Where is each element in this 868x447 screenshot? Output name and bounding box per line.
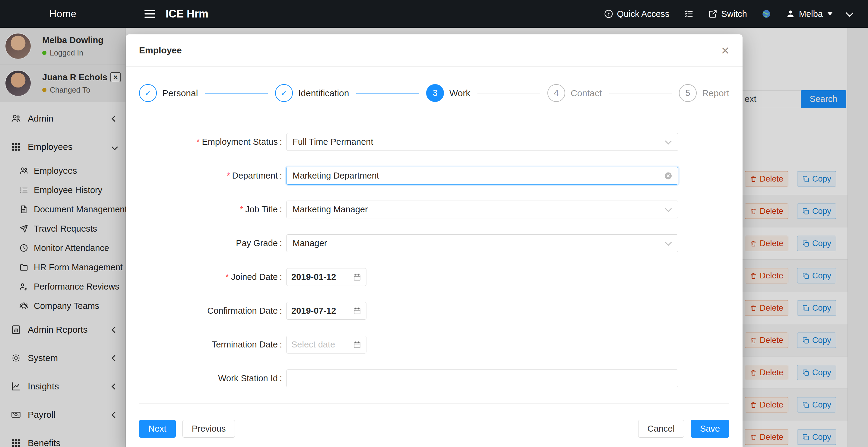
field-label-text: Joined Date bbox=[231, 272, 278, 282]
field-label: *Department: bbox=[139, 171, 282, 181]
colon: : bbox=[280, 137, 282, 147]
step-work[interactable]: 3Work bbox=[426, 84, 470, 102]
pay-grade-select[interactable]: Manager bbox=[286, 234, 678, 252]
step-connector bbox=[609, 93, 672, 93]
select-value: Marketing Department bbox=[292, 171, 379, 181]
field-row-pay-grade: Pay Grade:Manager bbox=[139, 234, 729, 252]
colon: : bbox=[280, 238, 282, 248]
tasks-button[interactable] bbox=[684, 9, 694, 19]
employee-work-form: *Employment Status:Full Time Permanent*D… bbox=[126, 116, 743, 387]
quick-access-icon bbox=[604, 9, 614, 19]
field-row-job-title: *Job Title:Marketing Manager bbox=[139, 201, 729, 218]
language-button[interactable] bbox=[762, 9, 771, 19]
step-report[interactable]: 5Report bbox=[679, 84, 729, 102]
step-label: Work bbox=[450, 88, 470, 98]
check-icon: ✓ bbox=[139, 84, 157, 102]
globe-icon bbox=[762, 9, 771, 19]
field-label: Termination Date: bbox=[139, 339, 282, 350]
colon: : bbox=[280, 374, 282, 383]
field-label: *Job Title: bbox=[139, 205, 282, 214]
person-icon bbox=[786, 9, 795, 19]
field-label-text: Employment Status bbox=[202, 137, 277, 147]
next-button[interactable]: Next bbox=[139, 420, 176, 438]
field-label-text: Confirmation Date bbox=[207, 306, 278, 316]
switch-label: Switch bbox=[721, 9, 747, 19]
date-value: 2019-07-12 bbox=[291, 306, 336, 316]
top-navbar: Home ICE Hrm Quick Access Switch bbox=[0, 0, 868, 28]
user-menu[interactable]: Melba bbox=[786, 9, 832, 19]
switch-button[interactable]: Switch bbox=[708, 9, 747, 19]
app-title: ICE Hrm bbox=[165, 7, 208, 20]
confirmation-date-datepicker[interactable]: 2019-07-12 bbox=[286, 302, 367, 320]
field-row-confirmation-date: Confirmation Date:2019-07-12 bbox=[139, 302, 729, 320]
step-number: 3 bbox=[426, 84, 444, 102]
required-mark: * bbox=[196, 137, 200, 147]
field-label: *Joined Date: bbox=[139, 272, 282, 282]
field-label: Confirmation Date: bbox=[139, 306, 282, 316]
work-station-id-input[interactable] bbox=[286, 369, 678, 387]
employment-status-select[interactable]: Full Time Permanent bbox=[286, 133, 678, 151]
colon: : bbox=[280, 272, 282, 282]
chevron-down-icon[interactable] bbox=[846, 9, 853, 17]
home-link[interactable]: Home bbox=[0, 8, 126, 20]
previous-button[interactable]: Previous bbox=[183, 420, 235, 438]
chevron-down-icon bbox=[665, 205, 672, 212]
quick-access-label: Quick Access bbox=[617, 9, 670, 19]
checklist-icon bbox=[684, 9, 694, 19]
required-mark: * bbox=[226, 272, 229, 282]
navbar-right: Quick Access Switch bbox=[604, 9, 852, 19]
calendar-icon bbox=[353, 273, 361, 281]
job-title-select[interactable]: Marketing Manager bbox=[286, 201, 678, 218]
check-icon: ✓ bbox=[275, 84, 293, 102]
user-name: Melba bbox=[799, 9, 823, 19]
step-connector bbox=[356, 93, 419, 93]
step-connector bbox=[205, 93, 268, 93]
department-select[interactable]: Marketing Department bbox=[286, 167, 678, 185]
step-label: Contact bbox=[570, 88, 602, 98]
colon: : bbox=[280, 205, 282, 214]
select-value: Full Time Permanent bbox=[292, 137, 373, 147]
chevron-down-icon bbox=[665, 138, 672, 145]
select-value: Marketing Manager bbox=[292, 205, 368, 214]
calendar-icon bbox=[353, 340, 361, 349]
quick-access-button[interactable]: Quick Access bbox=[604, 9, 670, 19]
step-identification[interactable]: ✓Identification bbox=[275, 84, 349, 102]
termination-date-datepicker[interactable]: Select date bbox=[286, 336, 367, 354]
step-contact[interactable]: 4Contact bbox=[548, 84, 602, 102]
colon: : bbox=[280, 171, 282, 181]
clear-icon[interactable] bbox=[664, 171, 673, 180]
step-label: Identification bbox=[298, 88, 349, 98]
hamburger-menu-icon[interactable] bbox=[145, 10, 155, 18]
required-mark: * bbox=[240, 205, 243, 214]
cancel-button[interactable]: Cancel bbox=[638, 420, 684, 438]
step-number: 5 bbox=[679, 84, 697, 102]
field-row-joined-date: *Joined Date:2019-01-12 bbox=[139, 268, 729, 286]
joined-date-datepicker[interactable]: 2019-01-12 bbox=[286, 268, 367, 286]
field-row-employment-status: *Employment Status:Full Time Permanent bbox=[139, 133, 729, 151]
colon: : bbox=[280, 339, 282, 350]
field-row-termination-date: Termination Date:Select date bbox=[139, 336, 729, 354]
app-root: Home ICE Hrm Quick Access Switch bbox=[0, 0, 868, 447]
step-personal[interactable]: ✓Personal bbox=[139, 84, 198, 102]
close-icon[interactable]: × bbox=[721, 45, 729, 56]
steps-wizard: ✓Personal✓Identification3Work4Contact5Re… bbox=[126, 67, 743, 102]
step-connector bbox=[477, 93, 540, 93]
field-label-text: Department bbox=[232, 171, 278, 181]
colon: : bbox=[280, 306, 282, 316]
field-row-work-station-id: Work Station Id: bbox=[139, 369, 729, 387]
calendar-icon bbox=[353, 307, 361, 315]
field-label-text: Termination Date bbox=[212, 339, 278, 350]
date-value: Select date bbox=[291, 339, 335, 350]
step-label: Personal bbox=[162, 88, 198, 98]
step-label: Report bbox=[702, 88, 729, 98]
field-label-text: Work Station Id bbox=[218, 374, 278, 383]
save-button[interactable]: Save bbox=[691, 420, 729, 438]
modal-footer: Next Previous Cancel Save bbox=[126, 404, 743, 438]
field-label-text: Pay Grade bbox=[236, 238, 278, 248]
date-value: 2019-01-12 bbox=[291, 272, 336, 282]
step-number: 4 bbox=[548, 84, 565, 102]
employee-modal: Employee × ✓Personal✓Identification3Work… bbox=[126, 34, 743, 447]
switch-icon bbox=[708, 9, 718, 19]
required-mark: * bbox=[226, 171, 230, 181]
modal-title: Employee bbox=[139, 44, 182, 57]
